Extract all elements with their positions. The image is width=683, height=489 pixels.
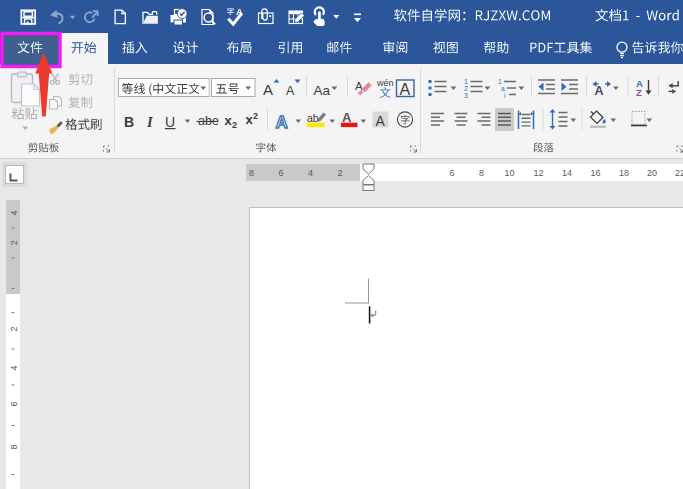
svg-text:A: A	[276, 113, 288, 132]
svg-text:A: A	[376, 113, 386, 129]
svg-text:3: 3	[464, 92, 468, 99]
svg-text:4: 4	[308, 168, 313, 178]
svg-text:12: 12	[533, 168, 543, 178]
svg-text:Aa: Aa	[314, 83, 331, 98]
svg-text:2: 2	[253, 111, 258, 121]
svg-text:2: 2	[464, 85, 468, 92]
svg-text:8: 8	[9, 444, 19, 449]
svg-text:2: 2	[9, 326, 19, 331]
svg-text:4: 4	[9, 365, 19, 370]
svg-text:A: A	[263, 81, 273, 98]
svg-text:A: A	[286, 84, 295, 98]
svg-text:4: 4	[9, 210, 19, 215]
svg-text:14: 14	[562, 168, 572, 178]
svg-text:6: 6	[278, 168, 283, 178]
svg-text:B: B	[124, 114, 134, 130]
svg-text:ab: ab	[307, 112, 319, 124]
svg-text:6: 6	[9, 401, 19, 406]
svg-text:22: 22	[675, 168, 683, 178]
svg-text:abe: abe	[198, 114, 219, 128]
svg-text:A: A	[400, 81, 411, 98]
svg-text:6: 6	[449, 168, 454, 178]
svg-text:18: 18	[619, 168, 629, 178]
svg-text:a: a	[501, 85, 505, 92]
svg-text:2: 2	[337, 168, 342, 178]
svg-text:20: 20	[647, 168, 657, 178]
svg-text:8: 8	[249, 168, 254, 178]
svg-text:8: 8	[479, 168, 484, 178]
svg-text:2: 2	[9, 240, 19, 245]
svg-text:wén: wén	[376, 78, 394, 88]
svg-text:Z: Z	[636, 87, 642, 98]
svg-text:i: i	[504, 92, 505, 99]
svg-text:1: 1	[464, 78, 468, 85]
svg-text:2: 2	[232, 120, 237, 130]
svg-text:I: I	[146, 114, 154, 130]
svg-text:16: 16	[590, 168, 600, 178]
svg-text:1: 1	[498, 78, 502, 85]
svg-text:10: 10	[504, 168, 514, 178]
svg-text:U: U	[165, 114, 175, 130]
svg-text:A: A	[355, 80, 363, 92]
